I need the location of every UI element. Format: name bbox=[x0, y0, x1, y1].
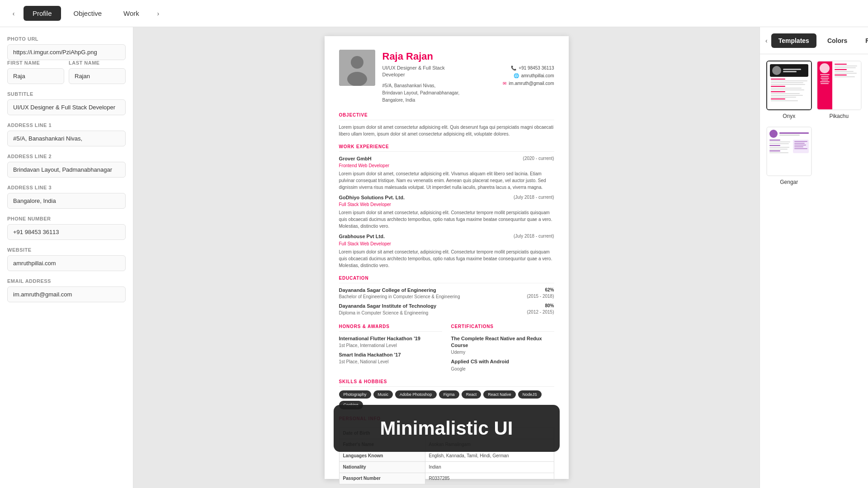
work-title: WORK EXPERIENCE bbox=[339, 144, 554, 152]
photo-url-input[interactable] bbox=[7, 44, 126, 60]
skill-tag: NodeJS bbox=[518, 390, 542, 399]
education-title: EDUCATION bbox=[339, 275, 554, 283]
objective-title: OBJECTIVE bbox=[339, 112, 554, 120]
last-name-input[interactable] bbox=[69, 68, 126, 84]
right-tab-templates[interactable]: Templates bbox=[771, 33, 816, 48]
honors-title: HONORS & AWARDS bbox=[339, 324, 442, 332]
email-input[interactable] bbox=[7, 286, 126, 302]
website-input[interactable] bbox=[7, 255, 126, 271]
nav-next-arrow[interactable]: › bbox=[152, 7, 165, 20]
photo-url-label: PHOTO URL bbox=[7, 36, 126, 42]
svg-point-2 bbox=[347, 72, 367, 86]
main-layout: PHOTO URL FIRST NAME LAST NAME SUBTITLE … bbox=[0, 27, 868, 488]
website-label: WEBSITE bbox=[7, 247, 126, 253]
subtitle-label: SUBTITLE bbox=[7, 91, 126, 97]
template-onyx[interactable]: Onyx bbox=[766, 61, 812, 119]
address-line2-label: ADDRESS LINE 2 bbox=[7, 154, 126, 159]
resume-website: 🌐 amruthpillai.com bbox=[514, 73, 554, 79]
template-gengar[interactable]: Gengar bbox=[766, 127, 812, 185]
right-panel: ‹ Templates Colors Font bbox=[760, 27, 868, 488]
resume-addr3: Bangalore, India bbox=[382, 97, 465, 104]
templates-grid: Onyx bbox=[760, 54, 868, 192]
first-name-input[interactable] bbox=[7, 68, 64, 84]
skill-tag: Figma bbox=[439, 390, 459, 399]
template-gengar-thumb bbox=[766, 127, 812, 176]
resume-addr2: Brindavan Layout, Padmanabhanagar, bbox=[382, 89, 465, 97]
right-tab-font[interactable]: Font bbox=[858, 33, 868, 48]
left-panel: PHOTO URL FIRST NAME LAST NAME SUBTITLE … bbox=[0, 27, 133, 488]
center-panel: Raja Rajan UI/UX Designer & Full Stack D… bbox=[133, 27, 760, 488]
right-nav: ‹ Templates Colors Font bbox=[760, 27, 868, 54]
address-line3-input[interactable] bbox=[7, 193, 126, 209]
resume-photo bbox=[339, 50, 375, 86]
resume-addr1: #5/A, Banashankari Nivas, bbox=[382, 82, 465, 89]
template-onyx-label: Onyx bbox=[783, 113, 795, 119]
nav-tab-objective[interactable]: Objective bbox=[65, 6, 111, 21]
address-line1-input[interactable] bbox=[7, 131, 126, 146]
nav-prev-arrow[interactable]: ‹ bbox=[7, 7, 20, 20]
resume-phone: 📞 +91 98453 36113 bbox=[511, 65, 554, 71]
skill-tag: Photography bbox=[339, 390, 371, 399]
overlay-banner: Minimalistic UI bbox=[334, 405, 560, 452]
nav-tab-profile[interactable]: Profile bbox=[24, 6, 61, 21]
right-tab-colors[interactable]: Colors bbox=[820, 33, 854, 48]
template-pikachu-thumb bbox=[816, 61, 862, 110]
nav-tab-work[interactable]: Work bbox=[114, 6, 148, 21]
top-nav: ‹ Profile Objective Work › bbox=[0, 0, 868, 27]
first-name-label: FIRST NAME bbox=[7, 60, 64, 66]
skill-tag: React bbox=[462, 390, 481, 399]
cert-title: CERTIFICATIONS bbox=[451, 324, 554, 332]
personal-row: Passport NumberR0337285 bbox=[339, 473, 554, 484]
template-pikachu-label: Pikachu bbox=[829, 113, 849, 119]
skill-tag: Adobe Photoshop bbox=[395, 390, 437, 399]
email-label: EMAIL ADDRESS bbox=[7, 278, 126, 284]
objective-text: Lorem ipsum dolor sit amet consectetur a… bbox=[339, 124, 554, 137]
personal-row: NationalityIndian bbox=[339, 461, 554, 473]
address-line1-label: ADDRESS LINE 1 bbox=[7, 122, 126, 128]
edu-2: Dayananda Sagar Institute of Technology … bbox=[339, 303, 554, 316]
address-line2-input[interactable] bbox=[7, 162, 126, 178]
resume-name: Raja Rajan bbox=[382, 50, 465, 64]
last-name-label: LAST NAME bbox=[69, 60, 126, 66]
right-nav-prev[interactable]: ‹ bbox=[765, 34, 768, 47]
job-3-header: Grabhouse Pvt Ltd. (July 2018 - current) bbox=[339, 233, 554, 240]
personal-row: Languages KnownEnglish, Kannada, Tamil, … bbox=[339, 450, 554, 461]
address-line3-label: ADDRESS LINE 3 bbox=[7, 185, 126, 190]
skill-tag: Music bbox=[373, 390, 393, 399]
template-pikachu[interactable]: Pikachu bbox=[816, 61, 862, 119]
phone-input[interactable] bbox=[7, 224, 126, 240]
overlay-text: Minimalistic UI bbox=[361, 418, 533, 439]
job-1-header: Grover GmbH (2020 - current) bbox=[339, 155, 554, 162]
skill-tag: React Native bbox=[483, 390, 516, 399]
skills-title: SKILLS & HOBBIES bbox=[339, 379, 554, 387]
svg-point-1 bbox=[351, 56, 363, 69]
resume-subtitle: UI/UX Designer & Full Stack Developer bbox=[382, 65, 465, 79]
resume-email: ✉ im.amruth@gmail.com bbox=[503, 80, 554, 87]
template-onyx-thumb bbox=[766, 61, 812, 110]
edu-1: Dayananda Sagar College of Engineering B… bbox=[339, 287, 554, 300]
template-gengar-label: Gengar bbox=[780, 179, 798, 185]
subtitle-input[interactable] bbox=[7, 99, 126, 115]
job-2-header: GoDhiyo Solutions Pvt. Ltd. (July 2018 -… bbox=[339, 194, 554, 201]
phone-label: PHONE NUMBER bbox=[7, 216, 126, 221]
